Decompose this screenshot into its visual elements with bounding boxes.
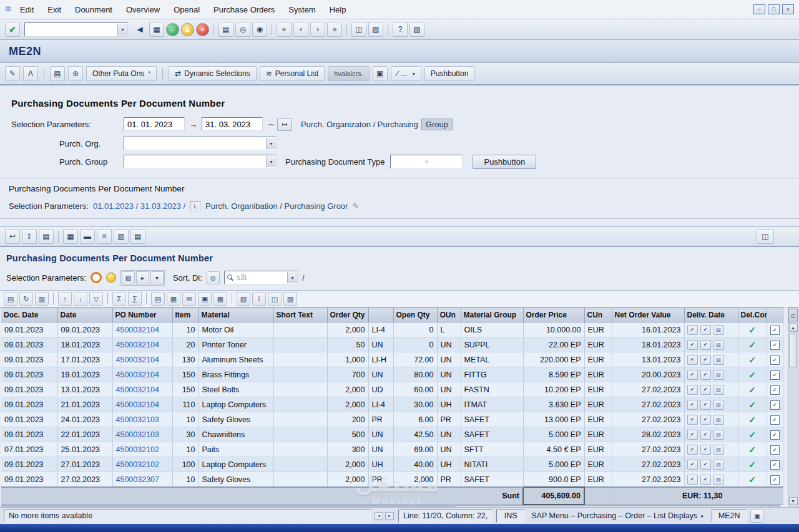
deliv-flag-edit-icon[interactable]: ✔ bbox=[687, 325, 698, 335]
cell-short-text[interactable] bbox=[273, 337, 327, 352]
deliv-flag-confirm-icon[interactable]: ✔ bbox=[700, 415, 711, 425]
cell-open-qty[interactable]: 42.50 bbox=[393, 427, 437, 442]
command-dropdown-icon[interactable]: ▼ bbox=[117, 24, 127, 36]
scroll-left-icon[interactable]: ◂ bbox=[761, 506, 770, 507]
cell-oun[interactable]: UN bbox=[437, 382, 461, 397]
column-header[interactable]: Short Text bbox=[273, 308, 327, 322]
find-icon[interactable]: ◎ bbox=[235, 22, 250, 37]
deliv-flag-confirm-icon[interactable]: ✔ bbox=[700, 475, 711, 485]
vertical-scrollbar[interactable]: ◫ ▲ ▼ bbox=[788, 307, 798, 506]
deliv-flag-detail-icon[interactable]: ▤ bbox=[713, 445, 724, 455]
cell-oun[interactable]: UN bbox=[437, 367, 461, 382]
cell-qty[interactable]: 500 bbox=[327, 427, 368, 442]
cell-mat-group[interactable]: NITATI bbox=[461, 457, 523, 472]
help-icon[interactable]: ? bbox=[393, 22, 408, 37]
table-row[interactable]: 09.01.202318.01.2023450003210420Printer … bbox=[1, 337, 783, 352]
cell-open-qty[interactable]: 40.00 bbox=[393, 457, 437, 472]
cell-price[interactable]: 10.000.00 bbox=[523, 322, 584, 337]
cell-net-value[interactable]: 27.02.2023 bbox=[612, 397, 684, 412]
cell-item[interactable]: 110 bbox=[172, 397, 199, 412]
cell-open-qty[interactable]: 30.00 bbox=[393, 397, 437, 412]
scroll-up-icon[interactable]: ▲ bbox=[789, 324, 798, 332]
status-device-icon[interactable]: ▣ bbox=[750, 510, 763, 523]
deliv-flag-confirm-icon[interactable]: ✔ bbox=[700, 325, 711, 335]
cell-qty[interactable]: 2,000 bbox=[327, 397, 368, 412]
cell-date[interactable]: 09.01.2023 bbox=[57, 322, 112, 337]
more-button[interactable]: ∕...▾ bbox=[391, 66, 421, 81]
purch-org-caret-icon[interactable]: ▼ bbox=[266, 138, 276, 149]
cell-net-value[interactable]: 27.02.2023 bbox=[612, 382, 684, 397]
cell-cun[interactable]: EUR bbox=[584, 397, 612, 412]
deliv-flag-detail-icon[interactable]: ▤ bbox=[713, 355, 724, 365]
pushbutton-toolbar[interactable]: Pushbutton bbox=[424, 66, 475, 81]
cell-qty[interactable]: 1,000 bbox=[327, 352, 368, 367]
column-header[interactable] bbox=[368, 308, 393, 322]
cell-unit[interactable]: UH bbox=[368, 457, 393, 472]
deliv-flag-edit-icon[interactable]: ✔ bbox=[687, 385, 698, 395]
cell-short-text[interactable] bbox=[273, 367, 327, 382]
cell-mat-group[interactable]: FASTN bbox=[461, 382, 523, 397]
cell-unit[interactable]: UD bbox=[368, 382, 393, 397]
deliv-flag-detail-icon[interactable]: ▤ bbox=[713, 325, 724, 335]
deliv-flag-detail-icon[interactable]: ▤ bbox=[713, 340, 724, 350]
cell-short-text[interactable] bbox=[273, 427, 327, 442]
pushbutton[interactable]: Pushbutton bbox=[473, 155, 536, 169]
document-type-input[interactable]: + bbox=[390, 155, 463, 168]
deliv-flag-detail-icon[interactable]: ▤ bbox=[713, 460, 724, 470]
cell-oun[interactable]: UH bbox=[437, 397, 461, 412]
cell-item[interactable]: 10 bbox=[172, 412, 199, 427]
cell-short-text[interactable] bbox=[273, 382, 327, 397]
column-header[interactable]: Doc. Date bbox=[1, 308, 57, 322]
deliv-flag-detail-icon[interactable]: ▤ bbox=[713, 475, 724, 485]
line-view-icon[interactable]: ≡ bbox=[97, 229, 112, 244]
cell-net-value[interactable]: 13.01.2023 bbox=[612, 352, 684, 367]
deliv-flag-detail-icon[interactable]: ▤ bbox=[713, 370, 724, 380]
cell-compl-checkbox[interactable]: ✔ bbox=[767, 352, 783, 367]
save-icon[interactable]: ▦ bbox=[149, 22, 164, 37]
deliv-flag-detail-icon[interactable]: ▤ bbox=[713, 385, 724, 395]
checkbox-checked-icon[interactable]: ✔ bbox=[770, 430, 780, 440]
cell-mat-group[interactable]: SAFET bbox=[461, 472, 523, 488]
column-header[interactable]: Material bbox=[199, 308, 273, 322]
deliv-flag-edit-icon[interactable]: ✔ bbox=[687, 430, 698, 440]
back-icon[interactable]: ← bbox=[166, 23, 179, 36]
cell-date[interactable]: 18.01.2023 bbox=[57, 337, 112, 352]
cell-date[interactable]: 21.01.2023 bbox=[57, 397, 112, 412]
menu-item-system[interactable]: System bbox=[288, 5, 315, 14]
graphic-icon[interactable]: ▧ bbox=[237, 292, 250, 306]
cell-material[interactable]: Printer Toner bbox=[199, 337, 273, 352]
deliv-flag-edit-icon[interactable]: ✔ bbox=[687, 400, 698, 410]
copy-button[interactable]: ▤ bbox=[50, 66, 65, 81]
cell-doc-date[interactable]: 07.01.2023 bbox=[1, 442, 57, 457]
expand-down-icon[interactable]: ▾ bbox=[150, 271, 164, 284]
undo-icon[interactable]: ↩ bbox=[5, 229, 20, 244]
cell-price[interactable]: 220.000 EP bbox=[523, 352, 584, 367]
command-field[interactable]: ▼ bbox=[24, 22, 128, 37]
cell-cun[interactable]: EUR bbox=[584, 412, 612, 427]
details-icon[interactable]: ▤ bbox=[4, 292, 17, 306]
column-header[interactable]: Order Price bbox=[523, 308, 584, 322]
cell-short-text[interactable] bbox=[273, 442, 327, 457]
cell-doc-date[interactable]: 09.01.2023 bbox=[1, 457, 57, 472]
cell-open-qty[interactable]: 69.00 bbox=[393, 442, 437, 457]
checkbox-checked-icon[interactable]: ✔ bbox=[770, 445, 780, 455]
cell-cun[interactable]: EUR bbox=[584, 352, 612, 367]
manage-layout-icon[interactable]: ▤ bbox=[130, 229, 145, 244]
minimize-button[interactable]: − bbox=[753, 4, 765, 14]
cell-po[interactable]: 4500032104 bbox=[112, 367, 172, 382]
search-combo[interactable]: s3t ▼ bbox=[224, 271, 298, 284]
menu-item-help[interactable]: Help bbox=[330, 5, 346, 14]
cell-price[interactable]: 3.630 EP bbox=[523, 397, 584, 412]
cell-unit[interactable]: LI-4 bbox=[368, 322, 393, 337]
last-page-icon[interactable]: » bbox=[327, 22, 342, 37]
cell-po[interactable]: 4500032104 bbox=[112, 352, 172, 367]
cell-qty[interactable]: 700 bbox=[327, 367, 368, 382]
column-header[interactable]: Order Qty bbox=[327, 308, 368, 322]
cell-cun[interactable]: EUR bbox=[584, 337, 612, 352]
cell-open-qty[interactable]: 2,000 bbox=[393, 472, 437, 488]
cell-doc-date[interactable]: 09.01.2023 bbox=[1, 427, 57, 442]
customize-icon[interactable]: ▧ bbox=[409, 22, 424, 37]
cell-compl-checkbox[interactable]: ✔ bbox=[767, 412, 783, 427]
word-processing-icon[interactable]: ▣ bbox=[198, 292, 212, 306]
cell-date[interactable]: 22.01.2023 bbox=[57, 427, 112, 442]
